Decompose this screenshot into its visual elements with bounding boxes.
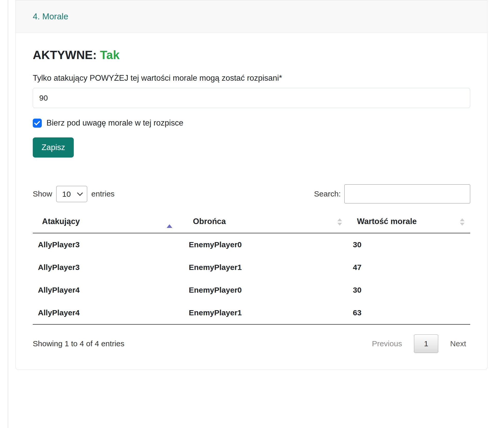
table-row: AllyPlayer3 EnemyPlayer0 30 <box>33 233 470 256</box>
next-page-button[interactable]: Next <box>446 335 470 353</box>
search-label: Search: <box>314 190 341 198</box>
table-header-row: Atakujący Obrońca Wartość morale <box>33 211 470 233</box>
morale-table: Atakujący Obrońca Wartość morale <box>33 211 470 325</box>
save-button[interactable]: Zapisz <box>33 137 74 158</box>
morale-section-card: 4. Morale AKTYWNE: Tak Tylko atakujący P… <box>15 0 487 370</box>
pagination: Previous 1 Next <box>368 334 470 353</box>
active-status-label: AKTYWNE: <box>33 48 97 62</box>
checked-checkbox-icon[interactable] <box>33 119 42 128</box>
page-length-control: Show 10 entries <box>33 186 115 202</box>
defender-cell: EnemyPlayer0 <box>184 233 348 256</box>
page-1-button[interactable]: 1 <box>414 334 438 353</box>
morale-checkbox-label: Bierz pod uwagę morale w tej rozpisce <box>46 118 183 128</box>
defender-cell: EnemyPlayer1 <box>184 301 348 324</box>
threshold-label: Tylko atakujący POWYŻEJ tej wartości mor… <box>33 73 470 83</box>
page-length-select-wrap: 10 <box>56 186 87 202</box>
search-control: Search: <box>314 184 470 203</box>
column-header-morale-value[interactable]: Wartość morale <box>348 211 470 233</box>
column-header-morale-value-label: Wartość morale <box>357 217 417 226</box>
morale-value-cell: 47 <box>348 256 470 279</box>
attacker-cell: AllyPlayer4 <box>33 301 184 324</box>
page: 4. Morale AKTYWNE: Tak Tylko atakujący P… <box>0 0 504 428</box>
entries-label: entries <box>91 190 115 198</box>
column-header-attacker-label: Atakujący <box>42 217 80 226</box>
morale-value-cell: 30 <box>348 233 470 256</box>
column-header-defender-label: Obrońca <box>193 217 226 226</box>
table-row: AllyPlayer4 EnemyPlayer0 30 <box>33 279 470 301</box>
defender-cell: EnemyPlayer1 <box>184 256 348 279</box>
table-info: Showing 1 to 4 of 4 entries <box>33 339 124 348</box>
previous-page-button[interactable]: Previous <box>368 335 406 353</box>
section-body: AKTYWNE: Tak Tylko atakujący POWYŻEJ tej… <box>16 33 487 369</box>
attacker-cell: AllyPlayer3 <box>33 233 184 256</box>
morale-value-cell: 63 <box>348 301 470 324</box>
active-status: AKTYWNE: Tak <box>33 48 470 62</box>
morale-value-cell: 30 <box>348 279 470 301</box>
table-row: AllyPlayer4 EnemyPlayer1 63 <box>33 301 470 324</box>
morale-threshold-input[interactable] <box>33 88 470 108</box>
column-header-attacker[interactable]: Atakujący <box>33 211 184 233</box>
table-footer: Showing 1 to 4 of 4 entries Previous 1 N… <box>33 334 470 353</box>
show-label: Show <box>33 190 52 198</box>
sort-icon <box>337 218 342 226</box>
search-input[interactable] <box>344 184 470 203</box>
section-title-link[interactable]: 4. Morale <box>33 12 68 21</box>
sort-ascending-icon <box>167 215 172 225</box>
page-length-select[interactable]: 10 <box>56 186 87 202</box>
sort-icon <box>460 218 465 226</box>
attacker-cell: AllyPlayer4 <box>33 279 184 301</box>
defender-cell: EnemyPlayer0 <box>184 279 348 301</box>
table-controls: Show 10 entries Search: <box>33 184 470 203</box>
table-row: AllyPlayer3 EnemyPlayer1 47 <box>33 256 470 279</box>
column-header-defender[interactable]: Obrońca <box>184 211 348 233</box>
morale-checkbox-row[interactable]: Bierz pod uwagę morale w tej rozpisce <box>33 118 470 128</box>
section-header: 4. Morale <box>16 0 487 33</box>
attacker-cell: AllyPlayer3 <box>33 256 184 279</box>
active-status-value: Tak <box>100 48 120 62</box>
container-left-border <box>8 0 8 428</box>
